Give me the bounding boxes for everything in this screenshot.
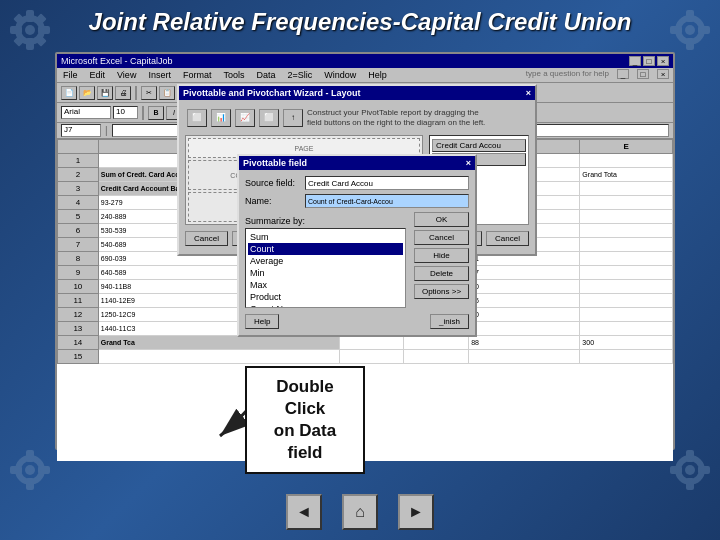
toolbar-cut-btn[interactable]: ✂ — [141, 86, 157, 100]
pivot-field-item-1[interactable]: Credit Card Accou — [432, 139, 526, 152]
list-item-product[interactable]: Product — [248, 291, 403, 303]
excel-max-button[interactable]: □ — [643, 56, 655, 66]
list-item-countnum[interactable]: Count Num... — [248, 303, 403, 308]
toolbar-open-btn[interactable]: 📂 — [79, 86, 95, 100]
excel-menubar: File Edit View Insert Format Tools Data … — [57, 68, 673, 83]
piv-icon-3-btn[interactable]: 📈 — [235, 109, 255, 127]
svg-point-27 — [685, 465, 695, 475]
excel-close-button[interactable]: × — [657, 56, 669, 66]
pf-options-btn[interactable]: Options >> — [414, 284, 469, 299]
svg-rect-18 — [26, 478, 34, 490]
toolbar-print-btn[interactable]: 🖨 — [115, 86, 131, 100]
pivot-field-title: Pivottable field — [243, 158, 307, 168]
svg-point-21 — [25, 465, 35, 475]
svg-rect-20 — [38, 466, 50, 474]
list-item-sum[interactable]: Sum — [248, 231, 403, 243]
menu-tools[interactable]: Tools — [221, 69, 246, 81]
menu-help[interactable]: Help — [366, 69, 389, 81]
list-item-count[interactable]: Count — [248, 243, 403, 255]
excel-titlebar: Microsoft Excel - CapitalJob _ □ × — [57, 54, 673, 68]
toolbar-fontsize-box[interactable]: 10 — [113, 106, 138, 119]
table-row: 14 Grand Tca 88 300 — [58, 336, 673, 350]
help-max-btn[interactable]: □ — [637, 69, 649, 79]
menu-data[interactable]: Data — [254, 69, 277, 81]
svg-rect-17 — [26, 450, 34, 462]
annotation-line2: on Data field — [274, 421, 336, 462]
name-input[interactable] — [305, 194, 469, 208]
svg-rect-23 — [686, 450, 694, 462]
toolbar-save-btn[interactable]: 💾 — [97, 86, 113, 100]
svg-rect-26 — [698, 466, 710, 474]
pf-hide-btn[interactable]: Hide — [414, 248, 469, 263]
piv-icon-4-btn[interactable]: ⬜ — [259, 109, 279, 127]
pivot-wizard-title: Pivottable and Pivotchart Wizard - Layou… — [183, 88, 360, 98]
pivot-description: Construct your PivotTable report by drag… — [307, 108, 487, 127]
bottom-navigation: ◄ ⌂ ► — [0, 494, 720, 530]
toolbar-font-box[interactable]: Arial — [61, 106, 111, 119]
toolbar-new-btn[interactable]: 📄 — [61, 86, 77, 100]
pf-finish-btn[interactable]: _inish — [430, 314, 469, 329]
source-field-input[interactable] — [305, 176, 469, 190]
formula-separator: | — [105, 125, 108, 136]
list-item-max[interactable]: Max — [248, 279, 403, 291]
name-label: Name: — [245, 196, 305, 206]
help-search: type a question for help — [526, 69, 609, 81]
help-close-btn[interactable]: × — [657, 69, 669, 79]
nav-next-button[interactable]: ► — [398, 494, 434, 530]
svg-rect-19 — [10, 466, 22, 474]
summarize-label: Summarize by: — [245, 216, 406, 226]
piv-icon-2-btn[interactable]: 📊 — [211, 109, 231, 127]
pf-ok-btn[interactable]: OK — [414, 212, 469, 227]
pivot-field-dialog: Pivottable field × Source field: Name: S… — [237, 154, 477, 337]
menu-view[interactable]: View — [115, 69, 138, 81]
excel-title: Microsoft Excel - CapitalJob — [61, 56, 173, 66]
list-item-average[interactable]: Average — [248, 255, 403, 267]
pivot-wizard-toolbar: ⬜ 📊 📈 ⬜ ↑ Construct your PivotTable repo… — [185, 106, 529, 129]
pf-cancel-btn[interactable]: Cancel — [414, 230, 469, 245]
menu-format[interactable]: Format — [181, 69, 214, 81]
pivot-wizard-titlebar: Pivottable and Pivotchart Wizard - Layou… — [179, 86, 535, 100]
svg-rect-12 — [686, 38, 694, 50]
pivot-field-titlebar: Pivottable field × — [239, 156, 475, 170]
annotation-box: Double Click on Data field — [245, 366, 365, 474]
toolbar-bold-btn[interactable]: B — [148, 106, 164, 120]
summarize-list[interactable]: Sum Count Average Min Max Product Count … — [245, 228, 406, 308]
row-num-header — [58, 140, 99, 154]
menu-file[interactable]: File — [61, 69, 80, 81]
menu-edit[interactable]: Edit — [88, 69, 108, 81]
list-item-min[interactable]: Min — [248, 267, 403, 279]
pivot-field-body: Source field: Name: Summarize by: Sum Co… — [239, 170, 475, 335]
pf-delete-btn[interactable]: Delete — [414, 266, 469, 281]
piv-icon-1-btn[interactable]: ⬜ — [187, 109, 207, 127]
source-field-label: Source field: — [245, 178, 305, 188]
arrow-annotation-container: Double Click on Data field — [160, 371, 300, 455]
pf-help-btn[interactable]: Help — [245, 314, 279, 329]
svg-rect-25 — [670, 466, 682, 474]
table-row: 15 — [58, 350, 673, 364]
svg-rect-24 — [686, 478, 694, 490]
col-header-e: E — [580, 140, 673, 154]
menu-window[interactable]: Window — [322, 69, 358, 81]
name-box[interactable]: J7 — [61, 124, 101, 137]
pivot-wizard-close-button[interactable]: × — [526, 88, 531, 98]
annotation-line1: Double Click — [276, 377, 334, 418]
nav-prev-button[interactable]: ◄ — [286, 494, 322, 530]
page-title: Joint Relative Frequencies-Capital Credi… — [0, 8, 720, 36]
toolbar-copy-btn[interactable]: 📋 — [159, 86, 175, 100]
menu-2slic[interactable]: 2=Slic — [285, 69, 314, 81]
pivot-cancel2-btn[interactable]: Cancel — [486, 231, 529, 246]
excel-window: Microsoft Excel - CapitalJob _ □ × File … — [55, 52, 675, 450]
menu-insert[interactable]: Insert — [146, 69, 173, 81]
help-min-btn[interactable]: _ — [617, 69, 629, 79]
pivot-cancel-btn[interactable]: Cancel — [185, 231, 228, 246]
pivot-field-close-button[interactable]: × — [466, 158, 471, 168]
excel-min-button[interactable]: _ — [629, 56, 641, 66]
nav-home-button[interactable]: ⌂ — [342, 494, 378, 530]
svg-rect-2 — [26, 38, 34, 50]
piv-icon-5-btn[interactable]: ↑ — [283, 109, 303, 127]
